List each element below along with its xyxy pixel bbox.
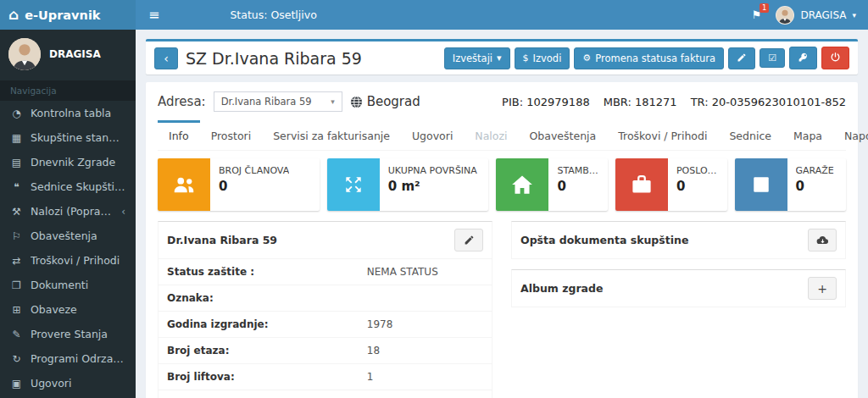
content: ‹ SZ Dr.Ivana Ribara 59 Izveštaji ▾ $ Iz…	[136, 30, 868, 398]
documents-panel: Opšta dokumenta skupštine	[511, 221, 846, 259]
row-label: Oznaka:	[159, 285, 359, 312]
mbr: MBR: 181271	[604, 96, 677, 108]
brand-logo[interactable]: ⌂ e-Upravnik	[0, 0, 136, 30]
topbar-right: ⚑ 1 DRAGISA ▾	[752, 6, 868, 25]
izvodi-button[interactable]: $ Izvodi	[515, 47, 570, 69]
lower-columns: Dr.Ivana Ribara 59 Status zaštite :NEMA …	[158, 221, 846, 398]
tab-sednice[interactable]: Sednice	[718, 120, 782, 150]
stat-label: UKUPNA POVRŠINA	[388, 165, 477, 176]
permissions-button[interactable]	[789, 47, 817, 69]
sidebar-item-programi-odrzavanja[interactable]: ↻ Programi Odrzavanja	[0, 346, 136, 371]
sidebar-item-obavestenja[interactable]: ⚐ Obaveštenja	[0, 224, 136, 248]
deactivate-button[interactable]	[821, 47, 849, 69]
power-icon	[830, 52, 841, 64]
title-toolbar: Izveštaji ▾ $ Izvodi ⚙ Promena statusa f…	[444, 47, 849, 69]
sidebar-item-obaveze[interactable]: ⊞ Obaveze	[0, 297, 136, 322]
row-label: Broj liftova:	[159, 364, 359, 390]
sidebar-item-label: Dokumenti	[31, 279, 88, 291]
sidebar-item-dokumenti[interactable]: ❐ Dokumenti	[0, 273, 136, 297]
sidebar-item-label: Obaveze	[31, 303, 77, 316]
address-label: Adresa:	[158, 94, 206, 109]
table-row: Godina izgradnje:1978	[159, 312, 492, 338]
table-row: Broj etaza:18	[159, 338, 492, 364]
download-documents-button[interactable]	[808, 229, 837, 252]
sidebar-item-provere-stanja[interactable]: ✎ Provere Stanja	[0, 322, 136, 346]
tab-prostori[interactable]: Prostori	[200, 120, 263, 150]
tab-ugovori[interactable]: Ugovori	[401, 120, 464, 150]
briefcase-icon: ▣	[10, 378, 23, 390]
tab-info[interactable]: Info	[158, 120, 200, 150]
sidebar-item-nalozi[interactable]: ⚒ Nalozi (Popravke/Usluge) ‹	[0, 199, 136, 224]
table-row: Broj liftova:1	[159, 364, 492, 390]
tab-servisi-za-fakturisanje[interactable]: Servisi za fakturisanje	[262, 120, 401, 150]
sidebar-item-skupstine-stanara[interactable]: ▦ Skupštine stanara	[0, 125, 136, 150]
sidebar-item-sednice-skupstine[interactable]: ❝ Sednice Skupštine	[0, 174, 136, 199]
tr: TR: 20-0359623010101-852	[691, 96, 846, 108]
reports-label: Izveštaji	[453, 53, 492, 64]
tab-nalozi[interactable]: Nalozi	[464, 120, 518, 150]
album-panel: Album zgrade +	[511, 269, 846, 307]
app-window: ⌂ e-Upravnik DRAGISA Navigacija ◔ Kontro…	[0, 0, 868, 398]
square-icon	[735, 158, 787, 211]
tab-troskovi-prihodi[interactable]: Troškovi / Prihodi	[607, 120, 718, 150]
album-panel-heading: Album zgrade +	[512, 270, 845, 307]
promena-statusa-faktura-button[interactable]: ⚙ Promena statusa faktura	[574, 47, 724, 69]
sidebar-toggle-button[interactable]: ≡	[136, 0, 172, 30]
plus-icon: +	[817, 282, 827, 296]
stat-label: STAMBE...	[557, 165, 599, 176]
stat-value: 0	[796, 179, 834, 194]
stat-label: BROJ ČLANOVA	[219, 165, 289, 176]
promena-label: Promena statusa faktura	[595, 53, 715, 64]
documents-panel-title: Opšta dokumenta skupštine	[520, 234, 688, 246]
edit-button[interactable]	[728, 47, 755, 69]
sidebar-item-ugovori[interactable]: ▣ Ugovori	[0, 371, 136, 395]
row-value: NEMA STATUS	[359, 259, 492, 285]
row-label: Broj etaza:	[159, 338, 359, 364]
stat-value: 0	[676, 179, 719, 194]
stat-label: POSLOV...	[676, 165, 719, 176]
building-card: Adresa: Dr.Ivana Ribara 59 ▾ Beograd PIB…	[146, 82, 858, 398]
briefcase-icon: ▤	[10, 157, 23, 169]
back-button[interactable]: ‹	[154, 47, 178, 69]
page-title: SZ Dr.Ivana Ribara 59	[186, 49, 362, 68]
chevron-down-icon: ▾	[852, 11, 856, 19]
sidebar: ⌂ e-Upravnik DRAGISA Navigacija ◔ Kontro…	[0, 0, 136, 398]
add-album-photo-button[interactable]: +	[808, 277, 837, 300]
tab-napomene[interactable]: Napomene	[833, 120, 868, 150]
stat-card-ukupna-povrsina: UKUPNA POVRŠINA 0 m²	[327, 158, 489, 211]
chevron-down-icon: ▾	[497, 53, 502, 63]
user-menu-button[interactable]: DRAGISA ▾	[776, 6, 856, 25]
status-text: Status: Osetljivo	[230, 8, 316, 21]
notifications-badge: 1	[760, 3, 769, 13]
note-icon: ⚐	[10, 230, 23, 242]
address-selected-value: Dr.Ivana Ribara 59	[221, 96, 312, 108]
tab-mapa[interactable]: Mapa	[782, 120, 833, 150]
home-icon	[496, 158, 548, 211]
notifications-flag-button[interactable]: ⚑ 1	[752, 8, 762, 21]
sidebar-item-kontrolna-tabla[interactable]: ◔ Kontrolna tabla	[0, 101, 136, 125]
topbar: ≡ Status: Osetljivo ⚑ 1 DRAGISA ▾	[136, 0, 868, 30]
chevron-down-icon: ▾	[331, 97, 335, 106]
album-panel-title: Album zgrade	[520, 282, 603, 295]
stat-card-broj-clanova: BROJ ČLANOVA 0	[158, 158, 320, 211]
reports-dropdown-button[interactable]: Izveštaji ▾	[444, 47, 510, 69]
briefcase-icon	[615, 158, 668, 211]
details-panel-title: Dr.Ivana Ribara 59	[167, 234, 277, 246]
sidebar-item-label: Provere Stanja	[31, 328, 108, 340]
sidebar-item-label: Skupštine stanara	[31, 131, 125, 144]
main-area: ≡ Status: Osetljivo ⚑ 1 DRAGISA ▾ ‹	[136, 0, 868, 398]
globe-icon	[350, 96, 363, 108]
exchange-icon: ⇄	[10, 255, 23, 267]
address-select[interactable]: Dr.Ivana Ribara 59 ▾	[214, 91, 342, 112]
row-label: Vrsta krova:	[159, 390, 359, 398]
tab-obavestenja[interactable]: Obaveštenja	[519, 120, 608, 150]
sidebar-item-label: Dnevnik Zgrade	[31, 156, 115, 169]
edit-building-details-button[interactable]	[454, 229, 483, 252]
stat-content: UKUPNA POVRŠINA 0 m²	[380, 158, 486, 211]
sidebar-item-troskovi-prihodi[interactable]: ⇄ Troškovi / Prihodi	[0, 248, 136, 273]
details-column: Dr.Ivana Ribara 59 Status zaštite :NEMA …	[158, 221, 492, 398]
tasks-button[interactable]: ☑	[760, 48, 785, 68]
stat-cards-row: BROJ ČLANOVA 0 UKUPNA POVRŠINA 0 m²	[158, 158, 846, 211]
sidebar-item-dnevnik-zgrade[interactable]: ▤ Dnevnik Zgrade	[0, 150, 136, 174]
row-value: 1	[359, 364, 492, 390]
